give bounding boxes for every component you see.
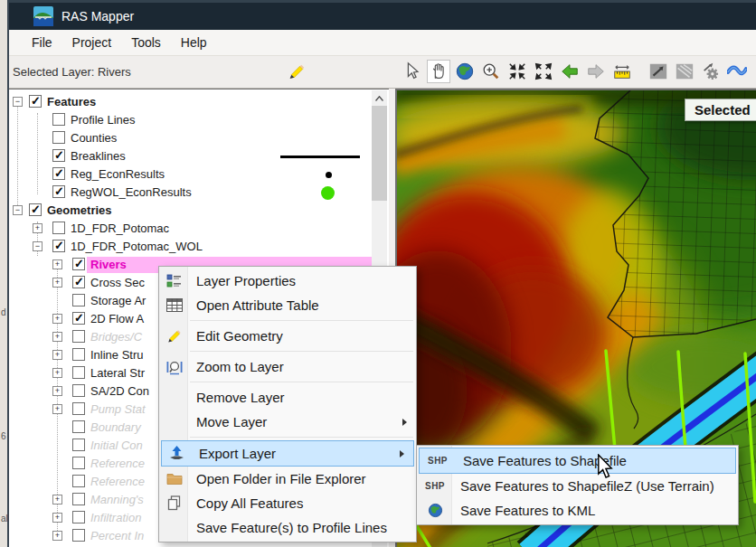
tree-item-label[interactable]: Breaklines xyxy=(71,149,126,163)
tree-item-label[interactable]: Boundary xyxy=(90,420,141,434)
menu-item-save-features-to-kml[interactable]: Save Features to KML xyxy=(417,498,738,523)
tree-item-breaklines[interactable]: Breaklines xyxy=(9,147,371,165)
menu-item-open-folder-in-file-explorer[interactable]: Open Folder in File Explorer xyxy=(159,467,416,491)
layer-visibility-checkbox[interactable] xyxy=(72,384,85,397)
layer-visibility-checkbox[interactable] xyxy=(52,131,65,144)
layer-visibility-checkbox[interactable] xyxy=(72,529,85,542)
expand-icon[interactable]: + xyxy=(52,350,62,360)
multi-lines-tool[interactable] xyxy=(673,60,696,83)
tree-item-label[interactable]: Percent In xyxy=(90,529,144,542)
menu-tools[interactable]: Tools xyxy=(121,31,171,54)
tree-item-label[interactable]: Manning's xyxy=(90,493,144,506)
layer-visibility-checkbox[interactable] xyxy=(52,167,65,180)
menu-item-move-layer[interactable]: Move Layer xyxy=(159,410,416,434)
menu-item-copy-all-features[interactable]: Copy All Features xyxy=(159,491,416,515)
previous-extent-tool[interactable] xyxy=(558,60,581,83)
tree-item-label[interactable]: Initial Con xyxy=(90,439,143,452)
layer-visibility-checkbox[interactable] xyxy=(72,276,85,288)
expand-icon[interactable]: + xyxy=(52,278,62,288)
tree-item-profile-lines[interactable]: Profile Lines xyxy=(9,111,371,129)
pencil-icon[interactable] xyxy=(288,62,307,81)
menu-item-save-features-to-shapefilez-use-terrain-[interactable]: SHPSave Features to ShapefileZ (Use Terr… xyxy=(417,474,738,498)
tree-item-label[interactable]: Counties xyxy=(71,131,117,145)
layer-visibility-checkbox[interactable] xyxy=(72,348,85,361)
menu-help[interactable]: Help xyxy=(171,31,217,54)
expand-icon[interactable]: + xyxy=(52,513,62,523)
settings-tool[interactable] xyxy=(699,60,723,83)
menu-item-zoom-to-layer[interactable]: Zoom to Layer xyxy=(159,354,416,379)
expand-icon[interactable]: + xyxy=(52,259,62,269)
menu-item-remove-layer[interactable]: Remove Layer xyxy=(159,385,416,410)
expand-icon[interactable]: + xyxy=(52,368,62,378)
tree-item-reg-econresults[interactable]: Reg_EconResults xyxy=(9,165,371,184)
tree-item-label[interactable]: Reference xyxy=(90,475,145,488)
tree-item-label[interactable]: Rivers xyxy=(90,258,127,271)
layer-visibility-checkbox[interactable] xyxy=(72,402,85,415)
layer-visibility-checkbox[interactable] xyxy=(72,439,85,451)
tree-item-features[interactable]: −Features xyxy=(9,93,371,111)
layer-visibility-checkbox[interactable] xyxy=(72,511,85,523)
layer-visibility-checkbox[interactable] xyxy=(72,330,85,343)
layer-visibility-checkbox[interactable] xyxy=(72,457,85,469)
tree-item-label[interactable]: SA/2D Con xyxy=(90,384,149,398)
tree-item-1d-fdr-potomac[interactable]: +1D_FDR_Potomac xyxy=(9,220,371,238)
tree-item-label[interactable]: RegWOL_EconResults xyxy=(71,185,192,199)
menu-item-open-attribute-table[interactable]: Open Attribute Table xyxy=(159,293,416,317)
tree-item-label[interactable]: Cross Sec xyxy=(90,276,145,289)
menu-project[interactable]: Project xyxy=(62,31,122,54)
scrollbar-thumb[interactable] xyxy=(372,106,387,201)
select-pointer-tool[interactable] xyxy=(401,60,424,83)
layer-visibility-checkbox[interactable] xyxy=(52,240,65,252)
expand-icon[interactable]: + xyxy=(52,386,62,396)
tree-item-label[interactable]: Geometries xyxy=(47,203,112,217)
expand-icon[interactable]: + xyxy=(52,495,62,505)
menu-item-export-layer[interactable]: Export Layer xyxy=(161,440,414,467)
menu-item-edit-geometry[interactable]: Edit Geometry xyxy=(159,324,416,348)
layer-visibility-checkbox[interactable] xyxy=(52,222,65,234)
scrollbar-up-icon[interactable] xyxy=(372,90,387,106)
tree-item-counties[interactable]: Counties xyxy=(9,129,371,147)
tree-item-label[interactable]: Reg_EconResults xyxy=(71,167,165,181)
expand-icon[interactable]: + xyxy=(52,332,62,342)
layer-visibility-checkbox[interactable] xyxy=(72,312,85,325)
tree-item-label[interactable]: Storage Ar xyxy=(90,294,146,307)
layer-visibility-checkbox[interactable] xyxy=(29,203,42,216)
menu-item-layer-properties[interactable]: Layer Properties xyxy=(159,269,416,293)
layer-visibility-checkbox[interactable] xyxy=(72,420,85,433)
profile-arrow-tool[interactable] xyxy=(647,60,670,83)
menu-item-save-feature-s-to-profile-lines[interactable]: Save Feature(s) to Profile Lines xyxy=(159,515,416,540)
zoom-in-tool[interactable] xyxy=(479,60,503,83)
layer-visibility-checkbox[interactable] xyxy=(52,149,65,162)
expand-icon[interactable]: + xyxy=(52,314,62,324)
tree-item-label[interactable]: 1D_FDR_Potomac_WOL xyxy=(71,240,203,253)
layer-visibility-checkbox[interactable] xyxy=(72,258,85,270)
tree-item-label[interactable]: Pump Stat xyxy=(90,402,146,416)
layer-visibility-checkbox[interactable] xyxy=(52,113,65,126)
max-extent-tool[interactable] xyxy=(532,60,555,83)
next-extent-tool[interactable] xyxy=(584,60,608,83)
measure-tool[interactable] xyxy=(610,60,634,83)
tree-item-label[interactable]: Lateral Str xyxy=(90,366,145,380)
stream-tool[interactable] xyxy=(725,60,749,83)
tree-item-label[interactable]: Bridges/C xyxy=(90,330,142,344)
collapse-icon[interactable]: − xyxy=(13,97,23,107)
tree-item-1d-fdr-potomac-wol[interactable]: −1D_FDR_Potomac_WOL xyxy=(9,238,371,256)
tree-item-label[interactable]: Profile Lines xyxy=(71,113,136,127)
expand-icon[interactable]: + xyxy=(52,531,62,541)
menu-item-save-features-to-shapefile[interactable]: SHPSave Features to Shapefile xyxy=(419,448,736,474)
layer-visibility-checkbox[interactable] xyxy=(52,185,65,198)
tree-item-geometries[interactable]: −Geometries xyxy=(9,202,371,220)
layer-visibility-checkbox[interactable] xyxy=(72,366,85,379)
layer-visibility-checkbox[interactable] xyxy=(29,95,42,108)
collapse-icon[interactable]: − xyxy=(33,241,43,251)
zoom-full-extent-tool[interactable] xyxy=(453,60,477,83)
tree-item-label[interactable]: Inline Stru xyxy=(90,348,144,362)
collapse-icon[interactable]: − xyxy=(13,205,23,215)
tree-item-regwol-econresults[interactable]: RegWOL_EconResults xyxy=(9,184,371,202)
layer-visibility-checkbox[interactable] xyxy=(72,294,85,307)
pan-tool[interactable] xyxy=(427,60,450,83)
expand-icon[interactable]: + xyxy=(33,223,43,233)
expand-icon[interactable]: + xyxy=(52,404,62,414)
layer-visibility-checkbox[interactable] xyxy=(72,493,85,505)
zoom-out-tool[interactable] xyxy=(506,60,529,83)
